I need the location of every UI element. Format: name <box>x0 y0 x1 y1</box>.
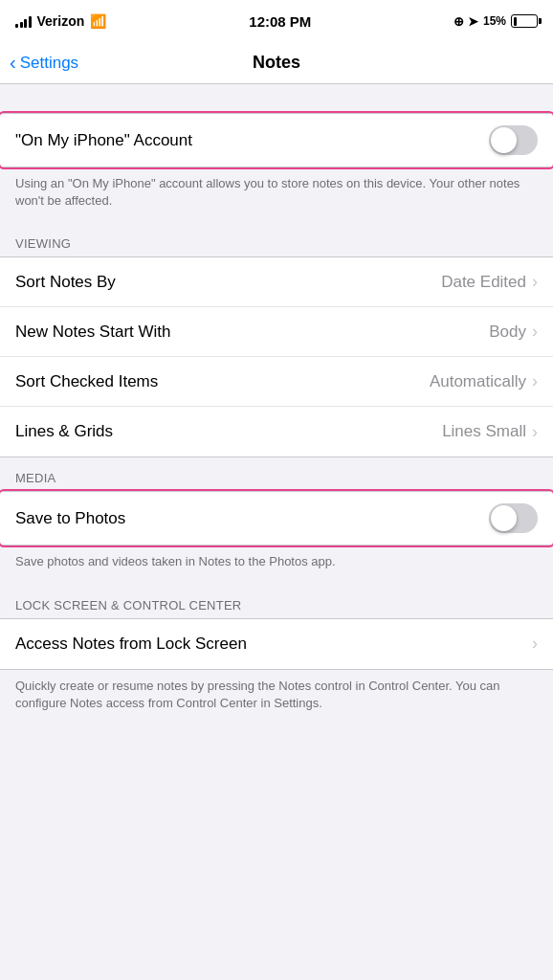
new-notes-row[interactable]: New Notes Start With Body › <box>0 307 553 357</box>
carrier-label: Verizon <box>37 13 85 29</box>
media-header: MEDIA <box>0 457 553 491</box>
status-bar-right: ⊕ ➤ 15% <box>453 14 538 29</box>
battery-icon <box>511 14 538 28</box>
save-to-photos-toggle[interactable] <box>489 503 538 533</box>
lock-screen-section: LOCK SCREEN & CONTROL CENTER Access Note… <box>0 585 553 725</box>
access-notes-label: Access Notes from Lock Screen <box>15 635 532 654</box>
signal-bar-4 <box>29 16 32 28</box>
lines-grids-value: Lines Small <box>442 422 526 441</box>
access-notes-row[interactable]: Access Notes from Lock Screen › <box>0 619 553 669</box>
sort-notes-value: Date Edited <box>441 273 526 292</box>
status-bar-time: 12:08 PM <box>249 13 311 30</box>
battery-percent: 15% <box>483 14 506 28</box>
sort-checked-row[interactable]: Sort Checked Items Automatically › <box>0 357 553 407</box>
sort-notes-row[interactable]: Sort Notes By Date Edited › <box>0 257 553 307</box>
save-to-photos-highlight: Save to Photos <box>0 491 553 546</box>
media-table: Save to Photos <box>0 491 553 546</box>
media-section: MEDIA Save to Photos Save photos and vid… <box>0 457 553 584</box>
chevron-right-icon: › <box>532 371 538 391</box>
settings-content: "On My iPhone" Account Using an "On My i… <box>0 84 553 725</box>
new-notes-value: Body <box>489 323 526 342</box>
viewing-header: VIEWING <box>0 223 553 256</box>
sort-notes-label: Sort Notes By <box>15 273 441 292</box>
new-notes-label: New Notes Start With <box>15 323 489 342</box>
save-to-photos-label: Save to Photos <box>15 509 489 528</box>
wifi-icon: 📶 <box>90 13 106 29</box>
status-bar: Verizon 📶 12:08 PM ⊕ ➤ 15% <box>0 0 553 42</box>
on-my-iphone-group: "On My iPhone" Account <box>0 113 553 167</box>
on-my-iphone-description: Using an "On My iPhone" account allows y… <box>0 167 553 223</box>
lock-screen-description: Quickly create or resume notes by pressi… <box>0 670 553 725</box>
back-button[interactable]: ‹ Settings <box>10 54 78 73</box>
viewing-table: Sort Notes By Date Edited › New Notes St… <box>0 256 553 457</box>
nav-bar: ‹ Settings Notes <box>0 42 553 84</box>
location-icon: ⊕ ➤ <box>453 14 478 29</box>
on-my-iphone-section: "On My iPhone" Account <box>0 113 553 167</box>
back-label: Settings <box>20 54 78 73</box>
on-my-iphone-row: "On My iPhone" Account <box>0 114 553 167</box>
save-to-photos-row: Save to Photos <box>0 492 553 545</box>
sort-checked-label: Sort Checked Items <box>15 372 430 391</box>
lock-screen-table: Access Notes from Lock Screen › <box>0 618 553 670</box>
save-to-photos-description: Save photos and videos taken in Notes to… <box>0 546 553 584</box>
chevron-right-icon: › <box>532 422 538 442</box>
signal-bars-icon <box>15 14 32 28</box>
chevron-right-icon: › <box>532 322 538 342</box>
signal-bar-2 <box>20 22 23 28</box>
sort-checked-value: Automatically <box>430 372 526 391</box>
chevron-right-icon: › <box>532 634 538 654</box>
signal-bar-1 <box>15 24 18 28</box>
lock-screen-header: LOCK SCREEN & CONTROL CENTER <box>0 585 553 618</box>
status-bar-left: Verizon 📶 <box>15 13 106 29</box>
chevron-right-icon: › <box>532 272 538 292</box>
lines-grids-label: Lines & Grids <box>15 422 442 441</box>
on-my-iphone-toggle[interactable] <box>489 125 538 155</box>
page-title: Notes <box>253 53 300 73</box>
lines-grids-row[interactable]: Lines & Grids Lines Small › <box>0 407 553 457</box>
on-my-iphone-label: "On My iPhone" Account <box>15 131 489 150</box>
signal-bar-3 <box>24 19 27 28</box>
viewing-section: VIEWING Sort Notes By Date Edited › New … <box>0 223 553 457</box>
back-chevron-icon: ‹ <box>10 53 16 72</box>
